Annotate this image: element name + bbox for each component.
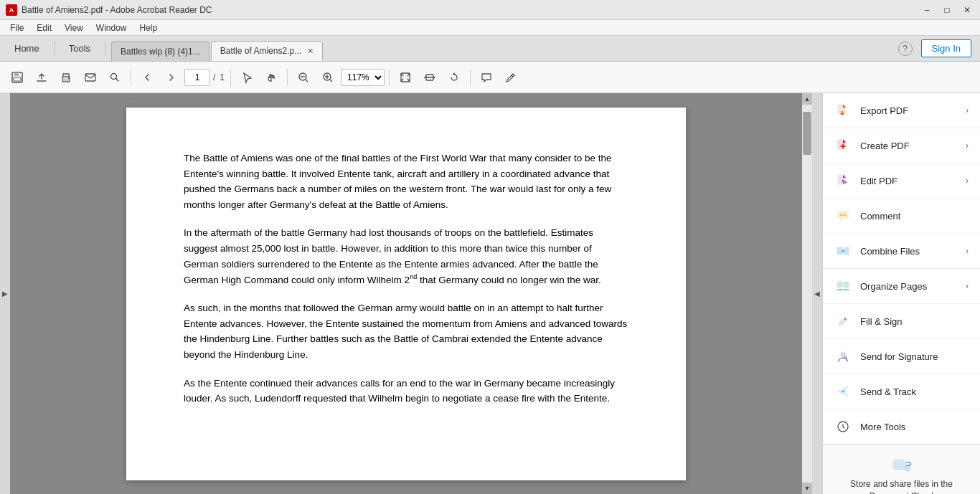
print-icon <box>60 71 72 84</box>
svg-point-25 <box>905 465 910 471</box>
prev-page-icon <box>142 72 152 82</box>
panel-item-export-pdf[interactable]: Export PDF › <box>823 93 980 128</box>
doc-tab-battles[interactable]: Battles wip (8) (4)1... <box>111 41 209 61</box>
tab-separator-2 <box>105 42 105 56</box>
svg-rect-1 <box>14 72 19 76</box>
doc-tab-amiens-label: Battle of Amiens2.p... <box>220 46 301 56</box>
search-icon <box>108 71 121 84</box>
search-button[interactable] <box>103 66 126 89</box>
main-container: ▶ The Battle of Amiens was one of the fi… <box>0 93 980 494</box>
comment-panel-label: Comment <box>860 211 969 222</box>
pen-tool-button[interactable] <box>499 66 522 89</box>
email-button[interactable] <box>79 66 102 89</box>
right-panel: Export PDF › Create PDF › <box>822 93 980 494</box>
print-button[interactable] <box>55 66 77 89</box>
fit-page-icon <box>399 71 412 84</box>
panel-item-combine[interactable]: Combine Files › <box>823 234 980 269</box>
svg-rect-21 <box>844 282 849 288</box>
edit-pdf-label: Edit PDF <box>860 176 957 186</box>
save-button[interactable] <box>6 66 29 89</box>
scroll-thumb[interactable] <box>803 112 811 155</box>
organize-arrow: › <box>966 281 969 291</box>
more-tools-label: More Tools <box>860 422 969 432</box>
panel-item-more-tools[interactable]: More Tools <box>823 409 980 445</box>
comment-tool-button[interactable] <box>475 66 498 89</box>
left-panel-toggle[interactable]: ▶ <box>0 93 10 494</box>
svg-rect-20 <box>837 282 842 288</box>
menu-edit[interactable]: Edit <box>31 22 57 34</box>
right-panel-toggle[interactable]: ◀ <box>812 93 822 494</box>
doc-tab-amiens-close[interactable]: ✕ <box>307 47 314 56</box>
scroll-down-button[interactable]: ▼ <box>802 483 812 494</box>
more-tools-icon <box>834 418 852 435</box>
create-pdf-arrow: › <box>966 141 969 151</box>
upload-button[interactable] <box>30 66 53 89</box>
send-sig-icon <box>834 348 852 365</box>
edit-pdf-arrow: › <box>966 176 969 186</box>
toolbar-divider-3 <box>287 69 288 86</box>
send-sig-label: Send for Signature <box>860 351 969 362</box>
toolbar-divider-5 <box>470 69 471 86</box>
hand-icon <box>265 71 278 84</box>
toolbar: / 1 50% 75% 100% <box>0 62 980 93</box>
rotate-icon <box>448 71 461 84</box>
title-bar: A Battle of Amiens2.pdf - Adobe Acrobat … <box>0 0 980 20</box>
menu-view[interactable]: View <box>59 22 89 34</box>
fit-width-button[interactable] <box>418 66 441 89</box>
panel-item-send-track[interactable]: Send & Track <box>823 374 980 409</box>
export-pdf-label: Export PDF <box>860 105 957 116</box>
help-button[interactable]: ? <box>898 42 913 56</box>
scrollbar[interactable]: ▲ ▼ <box>802 93 812 494</box>
window-controls: – □ ✕ <box>920 4 974 16</box>
sign-in-button[interactable]: Sign In <box>921 39 971 57</box>
create-pdf-icon <box>834 137 852 154</box>
scroll-up-button[interactable]: ▲ <box>802 93 812 105</box>
svg-point-16 <box>842 214 844 216</box>
cloud-icons <box>834 457 969 472</box>
doc-tab-amiens[interactable]: Battle of Amiens2.p... ✕ <box>211 41 323 61</box>
combine-arrow: › <box>966 246 969 256</box>
hand-tool-button[interactable] <box>260 66 283 89</box>
zoom-select[interactable]: 50% 75% 100% 117% 125% 150% 200% <box>341 69 385 86</box>
prev-page-button[interactable] <box>136 66 159 89</box>
svg-point-17 <box>844 214 846 216</box>
maximize-button[interactable]: □ <box>940 4 954 16</box>
close-button[interactable]: ✕ <box>960 4 974 16</box>
cloud-text: Store and share files in the Document Cl… <box>834 478 969 494</box>
select-tool-button[interactable] <box>235 66 258 89</box>
send-track-icon <box>834 383 852 400</box>
tab-tools[interactable]: Tools <box>55 36 105 61</box>
fit-page-button[interactable] <box>394 66 417 89</box>
home-tools-tabs: Home Tools <box>0 36 105 61</box>
svg-rect-18 <box>837 247 842 255</box>
panel-item-organize[interactable]: Organize Pages › <box>823 269 980 304</box>
rotate-button[interactable] <box>443 66 466 89</box>
zoom-out-button[interactable] <box>292 66 315 89</box>
save-icon <box>11 71 24 84</box>
panel-item-comment[interactable]: Comment <box>823 199 980 234</box>
pdf-viewer[interactable]: The Battle of Amiens was one of the fina… <box>10 93 802 494</box>
toolbar-divider-1 <box>131 69 131 86</box>
zoom-in-button[interactable] <box>316 66 339 89</box>
scroll-track[interactable] <box>802 105 812 483</box>
panel-item-create-pdf[interactable]: Create PDF › <box>823 128 980 163</box>
title-bar-left: A Battle of Amiens2.pdf - Adobe Acrobat … <box>6 4 212 16</box>
next-page-button[interactable] <box>160 66 183 89</box>
window-title: Battle of Amiens2.pdf - Adobe Acrobat Re… <box>22 5 212 15</box>
zoom-out-icon <box>297 71 310 84</box>
export-pdf-icon <box>834 102 852 119</box>
app-icon-letter: A <box>9 6 14 14</box>
panel-item-edit-pdf[interactable]: Edit PDF › <box>823 163 980 199</box>
page-number-input[interactable] <box>184 69 210 86</box>
panel-item-send-sig[interactable]: Send for Signature <box>823 339 980 374</box>
tab-home[interactable]: Home <box>0 36 54 61</box>
cloud-section[interactable]: Store and share files in the Document Cl… <box>823 445 980 494</box>
minimize-button[interactable]: – <box>920 4 934 16</box>
panel-item-fill-sign[interactable]: Fill & Sign <box>823 304 980 339</box>
menu-window[interactable]: Window <box>90 22 133 34</box>
menu-file[interactable]: File <box>4 22 29 34</box>
document-tabs: Battles wip (8) (4)1... Battle of Amiens… <box>111 36 897 61</box>
create-pdf-label: Create PDF <box>860 141 957 151</box>
menu-help[interactable]: Help <box>134 22 164 34</box>
pen-icon <box>504 71 517 84</box>
